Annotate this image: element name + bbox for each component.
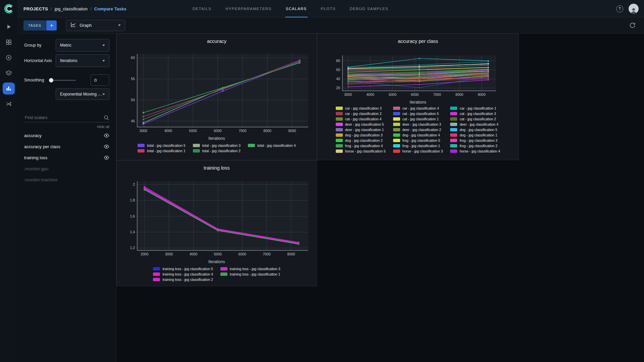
legend-swatch <box>153 278 160 281</box>
legend-item[interactable]: frog - jpg classification 5 <box>393 138 443 142</box>
nav-projects-icon[interactable] <box>3 36 15 48</box>
legend-item[interactable]: deer - jpg classification 4 <box>450 122 500 126</box>
legend-label: frog - jpg classification 1 <box>402 144 440 148</box>
legend-item[interactable]: cat - jpg classification 5 <box>393 111 443 116</box>
legend-item[interactable]: total - jpg classification 4 <box>248 143 296 147</box>
legend-item[interactable]: frog - jpg classification 1 <box>393 143 443 148</box>
nav-datasets-icon[interactable] <box>3 52 15 64</box>
legend-item[interactable]: training loss - jpg classification 1 <box>220 272 280 276</box>
legend-swatch <box>336 155 343 155</box>
scalar-row-monitor-gpu[interactable]: :monitor:gpu <box>17 163 116 174</box>
legend-item[interactable]: frog - jpg classification 2 <box>450 143 500 148</box>
user-avatar[interactable] <box>629 4 639 14</box>
legend-label: training loss - jpg classification 5 <box>162 267 213 271</box>
help-icon[interactable]: ? <box>616 5 623 12</box>
clearml-logo[interactable] <box>3 3 14 14</box>
legend-item[interactable]: deer - jpg classification 5 <box>336 122 386 126</box>
horizontal-axis-select[interactable]: Iterations <box>56 54 109 67</box>
legend-item[interactable]: car - jpg classification 3 <box>336 106 386 110</box>
legend-item[interactable]: training loss - jpg classification 2 <box>153 277 213 282</box>
visibility-eye-icon[interactable] <box>104 144 109 149</box>
tab-plots[interactable]: PLOTS <box>320 0 336 17</box>
legend-label: deer - jpg classification 4 <box>460 122 498 126</box>
visibility-eye-icon[interactable] <box>104 133 109 138</box>
legend-item[interactable]: dog - jpg classification 2 <box>336 138 386 142</box>
scalar-list: accuracy accuracy per class training los… <box>17 130 116 185</box>
legend-item[interactable]: total - jpg classification 2 <box>193 148 240 153</box>
svg-text:6000: 6000 <box>214 129 222 133</box>
legend-item[interactable]: horse - jpg classification 2 <box>393 154 443 155</box>
legend-item[interactable]: horse - jpg classification 3 <box>393 149 443 153</box>
legend-item[interactable]: plane - jpg classification 5 <box>450 154 500 155</box>
legend-item[interactable]: deer - jpg classification 2 <box>393 127 443 132</box>
search-icon[interactable] <box>103 115 109 122</box>
legend-item[interactable]: horse - jpg classification 4 <box>450 149 500 153</box>
chevron-down-icon <box>102 94 105 95</box>
scalar-row-accuracy-per-class[interactable]: accuracy per class <box>17 141 116 152</box>
visibility-eye-icon[interactable] <box>104 156 109 160</box>
nav-pipelines-icon[interactable] <box>3 67 15 79</box>
legend-item[interactable]: dog - jpg classification 5 <box>450 127 500 132</box>
legend-item[interactable]: deer - jpg classification 3 <box>393 122 443 126</box>
legend-item[interactable]: horse - jpg classification 5 <box>336 149 386 153</box>
legend-item[interactable]: training loss - jpg classification 4 <box>153 272 213 276</box>
find-scalars-input[interactable] <box>24 113 109 122</box>
legend-swatch <box>393 144 400 147</box>
legend-item[interactable]: car - jpg classification 4 <box>393 106 443 110</box>
smoothing-type-select[interactable]: Exponential Moving Av... <box>56 88 109 100</box>
legend-item[interactable]: car - jpg classification 2 <box>336 111 386 116</box>
accuracy-per-class-plot[interactable]: 300040005000600070008000900020406080 <box>321 47 515 99</box>
legend-item[interactable]: total - jpg classification 3 <box>193 143 240 147</box>
legend-label: total - jpg classification 4 <box>257 143 296 147</box>
scalar-row-accuracy[interactable]: accuracy <box>17 130 116 141</box>
view-type-select[interactable]: Graph <box>66 20 125 31</box>
training-loss-plot[interactable]: 20003000400050006000700080001.21.41.61.8… <box>120 174 314 258</box>
slider-thumb[interactable] <box>49 78 53 82</box>
svg-text:1.2: 1.2 <box>130 246 135 250</box>
smoothing-value-input[interactable] <box>91 74 109 86</box>
breadcrumb-projects[interactable]: PROJECTS <box>23 6 48 11</box>
smoothing-slider[interactable] <box>49 78 76 82</box>
legend-item[interactable]: total - jpg classification 1 <box>138 148 185 153</box>
legend-item[interactable]: dog - jpg classification 4 <box>393 133 443 137</box>
tab-debug-samples[interactable]: DEBUG SAMPLES <box>349 0 389 17</box>
legend-item[interactable]: frog - jpg classification 3 <box>450 138 500 142</box>
scalars-settings-panel: Group by Metric Horizontal Axis Iteratio… <box>17 34 116 362</box>
breadcrumb-project-name[interactable]: jpg_classification <box>55 6 88 11</box>
legend-item[interactable]: total - jpg classification 5 <box>138 143 185 147</box>
legend-item[interactable]: training loss - jpg classification 5 <box>153 266 213 271</box>
legend-swatch <box>450 123 457 126</box>
legend-item[interactable]: cat - jpg classification 3 <box>450 111 500 116</box>
hide-all-link[interactable]: Hide all <box>97 125 109 129</box>
legend-label: frog - jpg classification 5 <box>402 138 440 142</box>
legend-item[interactable]: dog - jpg classification 1 <box>450 133 500 137</box>
legend-item[interactable]: frog - jpg classification 4 <box>336 143 386 148</box>
accuracy-plot[interactable]: 300040005000600070008000900045505560 <box>120 47 314 135</box>
nav-applications-icon[interactable] <box>3 82 15 95</box>
add-task-button[interactable]: + <box>46 20 57 31</box>
tab-scalars[interactable]: SCALARS <box>285 0 308 17</box>
legend-item[interactable]: cat - jpg classification 2 <box>450 117 500 121</box>
legend-swatch <box>336 139 343 142</box>
nav-dashboard-icon[interactable] <box>3 21 15 33</box>
nav-workers-icon[interactable] <box>3 98 15 110</box>
legend-label: deer - jpg classification 2 <box>402 128 441 132</box>
legend-item[interactable]: cat - jpg classification 1 <box>393 117 443 121</box>
legend-item[interactable]: training loss - jpg classification 3 <box>220 266 280 271</box>
legend-swatch <box>393 117 400 121</box>
tab-hyperparameters[interactable]: HYPERPARAMETERS <box>225 0 272 17</box>
tab-details[interactable]: DETAILS <box>192 0 212 17</box>
legend-label: car - jpg classification 3 <box>345 106 382 110</box>
legend-item[interactable]: deer - jpg classification 1 <box>336 127 386 132</box>
group-by-select[interactable]: Metric <box>56 39 109 52</box>
scalar-row-monitor-machine[interactable]: :monitor:machine <box>17 174 116 185</box>
scalar-row-training-loss[interactable]: training loss <box>17 152 116 163</box>
legend-item[interactable]: cat - jpg classification 4 <box>336 117 386 121</box>
legend-item[interactable]: car - jpg classification 1 <box>450 106 500 110</box>
auto-refresh-icon[interactable] <box>629 22 636 29</box>
legend-item[interactable]: horse - jpg classification 1 <box>336 154 386 155</box>
chevron-down-icon <box>102 60 105 62</box>
legend-item[interactable]: dog - jpg classification 3 <box>336 133 386 137</box>
tasks-button[interactable]: TASKS <box>23 20 46 31</box>
svg-text:4000: 4000 <box>190 252 198 256</box>
